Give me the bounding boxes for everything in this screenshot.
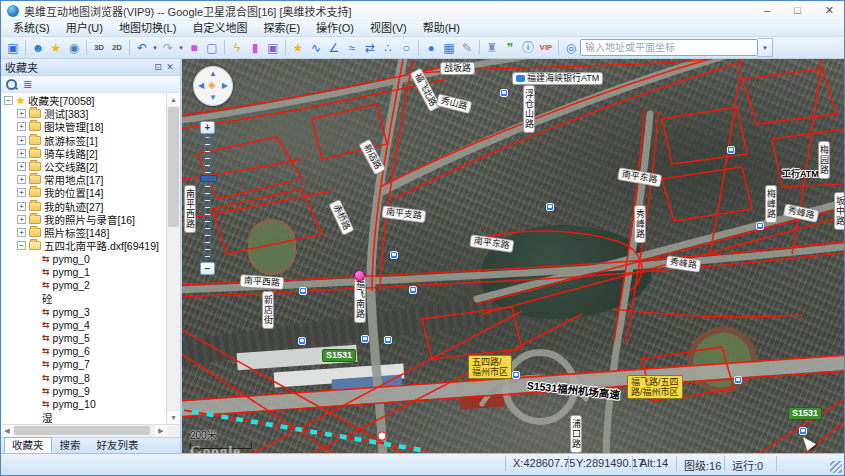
tree-search-icon[interactable] — [6, 79, 17, 90]
sidebar-tab-2[interactable]: 好友列表 — [89, 437, 147, 453]
tree-item[interactable]: ⇆pymg_1 — [1, 265, 167, 278]
map-viewport[interactable]: ▲ ▼ ◀ ▶ ◈ + − 战坂路福飞北路福建海峡银行ATM秀山路浮仓山路新店路… — [182, 59, 844, 453]
draw-circle-icon[interactable]: ○ — [397, 39, 415, 57]
expand-icon[interactable]: + — [17, 202, 26, 211]
pan-up-icon[interactable]: ▲ — [209, 70, 217, 78]
tree-item[interactable]: ⇆pymg_4 — [1, 318, 167, 331]
ruler-icon[interactable]: ▮ — [246, 39, 264, 57]
expand-icon[interactable]: + — [17, 149, 26, 158]
tree-item[interactable]: 砼 — [1, 292, 167, 305]
expand-icon[interactable]: + — [17, 188, 26, 197]
pan-compass-control[interactable]: ▲ ▼ ◀ ▶ ◈ — [193, 66, 233, 106]
tree-item[interactable]: ⇆pymg_9 — [1, 384, 167, 397]
pin-icon[interactable]: ⊡ — [152, 62, 164, 72]
maximize-button[interactable]: □ — [794, 2, 801, 19]
minimize-button[interactable]: – — [764, 2, 770, 19]
collapse-icon[interactable]: − — [4, 96, 13, 105]
scroll-up-icon[interactable]: ▲ — [167, 93, 180, 106]
close-panel-icon[interactable]: ✕ — [164, 62, 176, 72]
zoom-slider-control[interactable]: + − — [200, 121, 216, 275]
tower-icon[interactable]: ♜ — [483, 39, 501, 57]
tree-item[interactable]: +骑车线路[2] — [1, 147, 167, 160]
tree-item[interactable]: ⇆pymg_6 — [1, 345, 167, 358]
toggle-3d-2d-icon[interactable]: 2D — [108, 39, 126, 57]
tree-horizontal-scrollbar[interactable]: ◀ ▶ — [1, 424, 180, 437]
draw-arrow-icon[interactable]: ⇄ — [361, 39, 379, 57]
record-icon[interactable]: ■ — [185, 39, 203, 57]
tree-item[interactable]: +我的照片与录音[16] — [1, 213, 167, 226]
draw-dots-icon[interactable]: ∴ — [379, 39, 397, 57]
draw-angle-icon[interactable]: ∠ — [325, 39, 343, 57]
tree-item[interactable]: ⇆pymg_7 — [1, 358, 167, 371]
redo-icon[interactable]: ↷ — [159, 39, 177, 57]
address-search-input[interactable] — [580, 39, 758, 56]
tree-item[interactable]: +我的轨迹[27] — [1, 200, 167, 213]
undo-icon[interactable]: ↶ — [133, 39, 151, 57]
scroll-left-icon[interactable]: ◀ — [1, 425, 13, 436]
sidebar-tab-1[interactable]: 搜索 — [52, 437, 89, 453]
pan-hand-icon[interactable]: ◈ — [208, 81, 216, 89]
menu-item-1[interactable]: 用户(U) — [58, 21, 111, 36]
expand-icon[interactable]: + — [17, 228, 26, 237]
scroll-right-icon[interactable]: ▶ — [155, 425, 167, 436]
tree-item[interactable]: 湿 — [1, 411, 167, 424]
sidebar-tab-0[interactable]: 收藏夹 — [4, 437, 52, 453]
menu-item-4[interactable]: 探索(E) — [255, 21, 308, 36]
search-history-dropdown[interactable]: ▾ — [758, 38, 773, 57]
expand-icon[interactable]: + — [17, 122, 26, 131]
tree-view-icon[interactable]: ≣ — [23, 79, 32, 90]
attachment-icon[interactable]: ✎ — [458, 39, 476, 57]
menu-item-3[interactable]: 自定义地图 — [184, 21, 255, 36]
menu-item-7[interactable]: 帮助(H) — [415, 21, 468, 36]
resize-grip[interactable] — [830, 461, 842, 473]
tree-item[interactable]: +公交线路[2] — [1, 160, 167, 173]
dropdown-caret-icon[interactable]: ▾ — [177, 44, 185, 52]
select-region-icon[interactable]: ▢ — [203, 39, 221, 57]
menu-item-2[interactable]: 地图切换(L) — [111, 21, 184, 36]
zoom-out-button[interactable]: − — [200, 262, 215, 275]
scroll-thumb-horizontal[interactable] — [14, 426, 150, 435]
expand-icon[interactable]: + — [17, 109, 26, 118]
draw-curve-icon[interactable]: ≈ — [343, 39, 361, 57]
screenshot-icon[interactable]: ▣ — [264, 39, 282, 57]
tree-item[interactable]: +照片标签[148] — [1, 226, 167, 239]
scroll-down-icon[interactable]: ▼ — [167, 411, 180, 424]
view-3d-icon[interactable]: 3D — [90, 39, 108, 57]
tree-item[interactable]: +旅游标签[1] — [1, 134, 167, 147]
pan-down-icon[interactable]: ▼ — [209, 94, 217, 102]
scroll-thumb[interactable] — [168, 107, 179, 227]
binoculars-search-icon[interactable]: ◉ — [65, 39, 83, 57]
lightning-icon[interactable]: ϟ — [228, 39, 246, 57]
expand-icon[interactable]: + — [17, 136, 26, 145]
zoom-in-button[interactable]: + — [200, 121, 215, 134]
tree-item[interactable]: +我的位置[14] — [1, 186, 167, 199]
favorites-star-icon[interactable]: ★ — [47, 39, 65, 57]
expand-icon[interactable]: + — [17, 215, 26, 224]
tree-item[interactable]: ⇆pymg_10 — [1, 397, 167, 410]
image-overlay-icon[interactable]: ▦ — [440, 39, 458, 57]
save-icon[interactable]: ▣ — [4, 39, 22, 57]
tree-item[interactable]: ⇆pymg_2 — [1, 279, 167, 292]
draw-line-icon[interactable]: ∿ — [307, 39, 325, 57]
menu-item-6[interactable]: 视图(V) — [362, 21, 415, 36]
expand-icon[interactable]: + — [17, 175, 26, 184]
menu-item-0[interactable]: 系统(S) — [5, 21, 58, 36]
tree-item[interactable]: −五四北南平路.dxf[69419] — [1, 239, 167, 252]
pan-right-icon[interactable]: ▶ — [222, 82, 228, 90]
collapse-icon[interactable]: − — [17, 241, 26, 250]
user-icon[interactable]: ☻ — [29, 39, 47, 57]
vip-icon[interactable]: VIP — [537, 39, 555, 57]
tree-vertical-scrollbar[interactable]: ▲ ▼ — [166, 93, 180, 424]
chat-icon[interactable]: ❞ — [501, 39, 519, 57]
menu-item-5[interactable]: 操作(O) — [308, 21, 362, 36]
pan-left-icon[interactable]: ◀ — [198, 82, 204, 90]
marker-star-icon[interactable]: ★ — [289, 39, 307, 57]
close-button[interactable]: ✕ — [825, 2, 834, 19]
address-search-icon[interactable]: ◎ — [562, 39, 580, 57]
globe-icon[interactable]: ● — [422, 39, 440, 57]
expand-icon[interactable]: + — [17, 162, 26, 171]
dropdown-caret-icon[interactable]: ▾ — [151, 44, 159, 52]
info-icon[interactable]: ⓘ — [519, 39, 537, 57]
zoom-slider-track[interactable] — [204, 136, 211, 260]
zoom-slider-handle[interactable] — [200, 175, 217, 182]
